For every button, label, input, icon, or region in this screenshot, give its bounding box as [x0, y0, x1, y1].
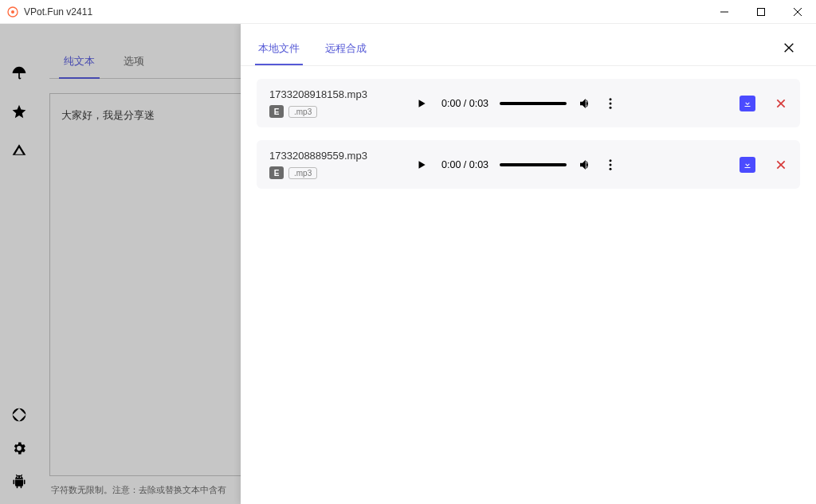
download-button[interactable]	[740, 157, 755, 173]
file-row: 1733208889559.mp3 E .mp3 0:00 / 0:03	[257, 140, 800, 189]
progress-bar[interactable]	[500, 163, 567, 166]
time-display: 0:00 / 0:03	[441, 159, 488, 170]
kebab-icon[interactable]	[603, 96, 618, 111]
minimize-button[interactable]	[706, 0, 743, 24]
svg-point-15	[610, 163, 612, 166]
close-icon[interactable]	[778, 37, 800, 62]
window-title: VPot.Fun v2411	[24, 6, 92, 18]
volume-icon[interactable]	[578, 96, 592, 111]
titlebar: VPot.Fun v2411	[0, 0, 816, 24]
tab-local-files[interactable]: 本地文件	[257, 33, 301, 65]
badge-ext: .mp3	[288, 106, 317, 118]
play-icon[interactable]	[416, 159, 427, 170]
svg-point-11	[610, 106, 612, 108]
svg-point-14	[610, 159, 612, 162]
close-button[interactable]	[779, 0, 816, 24]
time-display: 0:00 / 0:03	[441, 98, 488, 109]
badge-ext: .mp3	[288, 167, 317, 179]
files-panel: 本地文件 远程合成 1733208918158.mp3 E .mp3	[241, 24, 816, 504]
progress-bar[interactable]	[500, 102, 567, 105]
svg-point-1	[11, 10, 14, 14]
svg-point-16	[610, 167, 612, 170]
delete-button[interactable]	[775, 97, 787, 110]
volume-icon[interactable]	[578, 158, 592, 172]
download-button[interactable]	[740, 96, 755, 111]
audio-player: 0:00 / 0:03	[416, 96, 706, 111]
file-row: 1733208918158.mp3 E .mp3 0:00 / 0:03	[257, 79, 800, 127]
tab-remote-synth[interactable]: 远程合成	[324, 33, 368, 65]
play-icon[interactable]	[416, 98, 427, 109]
svg-rect-3	[758, 8, 765, 15]
kebab-icon[interactable]	[603, 158, 618, 172]
file-name: 1733208889559.mp3	[269, 150, 405, 162]
audio-player: 0:00 / 0:03	[416, 158, 706, 172]
maximize-button[interactable]	[743, 0, 779, 24]
badge-e: E	[269, 105, 284, 118]
app-icon	[6, 6, 19, 18]
badge-e: E	[269, 166, 284, 179]
svg-point-10	[610, 102, 612, 104]
file-name: 1733208918158.mp3	[269, 88, 405, 100]
delete-button[interactable]	[775, 158, 787, 171]
svg-point-9	[610, 98, 612, 100]
